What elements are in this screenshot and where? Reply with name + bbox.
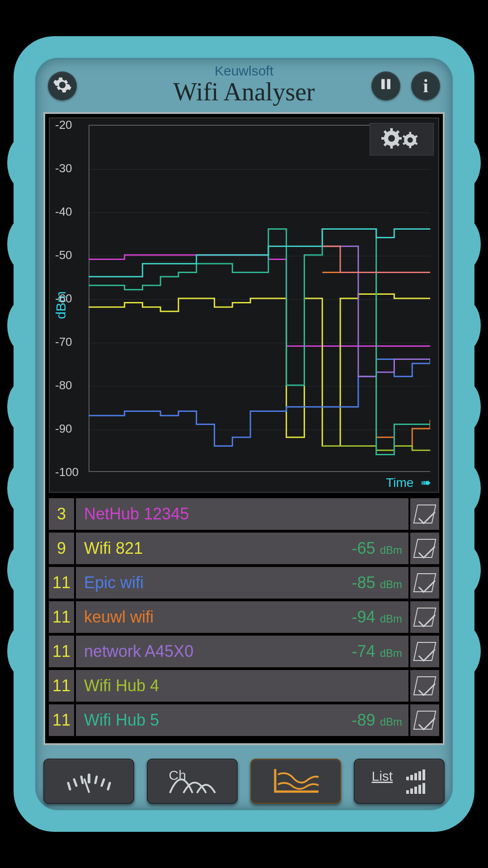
- svg-rect-16: [414, 787, 417, 794]
- svg-rect-6: [409, 146, 412, 148]
- info-button[interactable]: i: [411, 71, 440, 100]
- chart-lines: [89, 125, 430, 472]
- check-icon: [413, 676, 436, 695]
- ssid-cell: keuwl wifi-94 dBm: [76, 601, 408, 633]
- app-header: Keuwlsoft Wifi Analyser i: [35, 58, 453, 111]
- device-shell: Keuwlsoft Wifi Analyser i dBm -20-30-40-…: [14, 36, 474, 832]
- network-row[interactable]: 3NetHub 12345: [49, 498, 439, 530]
- nav-list-button[interactable]: List: [354, 759, 445, 804]
- check-icon: [413, 539, 436, 558]
- app-subtitle: Keuwlsoft: [173, 63, 314, 78]
- check-icon: [413, 608, 436, 627]
- visibility-toggle[interactable]: [410, 704, 439, 736]
- network-row[interactable]: 9Wifi 821-65 dBm: [49, 533, 439, 564]
- signal-value: -74 dBm: [352, 642, 402, 661]
- network-row[interactable]: 11keuwl wifi-94 dBm: [49, 601, 439, 633]
- y-tick: -70: [55, 335, 72, 349]
- ssid-cell: network A45X0-74 dBm: [76, 636, 408, 667]
- svg-rect-9: [406, 777, 409, 780]
- channel-icon: Ch: [165, 768, 220, 795]
- svg-rect-1: [387, 79, 391, 90]
- app-title: Wifi Analyser: [173, 78, 314, 106]
- list-icon: List: [370, 768, 429, 795]
- signal-value: -94 dBm: [352, 608, 402, 627]
- gears-icon: [52, 75, 72, 97]
- check-icon: [413, 711, 436, 730]
- y-tick: -30: [55, 161, 72, 175]
- visibility-toggle[interactable]: [410, 567, 439, 599]
- network-row[interactable]: 11network A45X0-74 dBm: [49, 636, 439, 667]
- signal-chart: dBm -20-30-40-50-60-70-80-90-100 Time: [49, 118, 439, 493]
- nav-channel-button[interactable]: Ch: [147, 759, 238, 804]
- info-icon: i: [423, 75, 428, 97]
- channel-cell: 11: [49, 704, 74, 736]
- pause-button[interactable]: [371, 71, 400, 100]
- gears-icon: [381, 127, 422, 151]
- y-tick: -40: [55, 205, 72, 219]
- svg-rect-2: [390, 128, 393, 132]
- settings-button[interactable]: [48, 71, 77, 100]
- channel-cell: 11: [49, 636, 74, 667]
- chart-settings-button[interactable]: [370, 123, 434, 156]
- check-icon: [413, 573, 436, 592]
- svg-rect-12: [418, 771, 421, 780]
- meter-icon: [62, 767, 116, 796]
- arrow-right-icon: ➠: [417, 476, 431, 490]
- y-tick: -90: [55, 422, 72, 436]
- y-tick: -100: [55, 465, 79, 479]
- svg-rect-11: [414, 773, 417, 780]
- visibility-toggle[interactable]: [410, 636, 439, 667]
- check-icon: [413, 642, 436, 661]
- network-row[interactable]: 11Wifi Hub 5-89 dBm: [49, 704, 439, 736]
- visibility-toggle[interactable]: [410, 533, 439, 564]
- chart-x-label-text: Time: [386, 476, 413, 490]
- ssid-cell: Wifi 821-65 dBm: [76, 533, 408, 564]
- svg-rect-13: [422, 769, 425, 780]
- svg-rect-15: [410, 788, 413, 794]
- pause-icon: [379, 76, 393, 95]
- signal-value: -85 dBm: [352, 573, 402, 592]
- visibility-toggle[interactable]: [410, 601, 439, 633]
- network-list[interactable]: 3NetHub 123459Wifi 821-65 dBm11Epic wifi…: [49, 498, 439, 738]
- svg-rect-18: [422, 783, 425, 794]
- visibility-toggle[interactable]: [410, 670, 439, 702]
- y-tick: -20: [55, 118, 72, 132]
- y-tick: -80: [55, 378, 72, 392]
- svg-rect-10: [410, 775, 413, 780]
- nav-meter-button[interactable]: [43, 759, 134, 804]
- channel-cell: 3: [49, 498, 74, 530]
- title-block: Keuwlsoft Wifi Analyser: [173, 63, 314, 106]
- signal-value: -89 dBm: [352, 711, 402, 730]
- ssid-cell: Epic wifi-85 dBm: [76, 567, 408, 599]
- svg-rect-0: [381, 79, 385, 90]
- svg-rect-17: [418, 785, 421, 794]
- channel-cell: 9: [49, 533, 74, 564]
- network-row[interactable]: 11Epic wifi-85 dBm: [49, 567, 439, 599]
- channel-cell: 11: [49, 670, 74, 702]
- device-inner: Keuwlsoft Wifi Analyser i dBm -20-30-40-…: [35, 58, 453, 810]
- y-tick: -60: [55, 292, 72, 306]
- time-chart-icon: [269, 764, 323, 798]
- y-tick: -50: [55, 248, 72, 262]
- visibility-toggle[interactable]: [410, 498, 439, 530]
- screen: dBm -20-30-40-50-60-70-80-90-100 Time: [43, 112, 445, 745]
- channel-cell: 11: [49, 567, 74, 599]
- svg-rect-3: [409, 132, 412, 135]
- channel-cell: 11: [49, 601, 74, 633]
- list-label: List: [372, 769, 393, 784]
- chart-x-label: Time ➠: [386, 475, 431, 490]
- network-row[interactable]: 11Wifi Hub 4: [49, 670, 439, 702]
- nav-bar: Ch List: [43, 759, 445, 804]
- check-icon: [413, 505, 436, 524]
- svg-rect-14: [406, 790, 409, 794]
- ssid-cell: NetHub 12345: [76, 498, 408, 530]
- signal-value: -65 dBm: [352, 539, 402, 558]
- ssid-cell: Wifi Hub 4: [76, 670, 408, 702]
- nav-time-button[interactable]: [250, 759, 341, 804]
- ssid-cell: Wifi Hub 5-89 dBm: [76, 704, 408, 736]
